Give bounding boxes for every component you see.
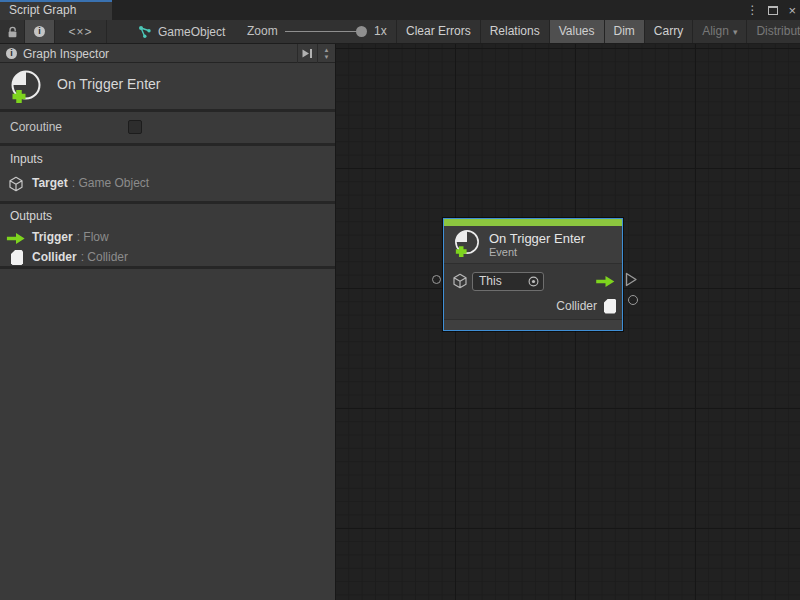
kebab-menu-icon[interactable]: ⋮ [746,3,758,17]
relations-toggle[interactable]: Relations [480,20,549,43]
zoom-slider-track[interactable] [285,31,363,32]
cube-icon [452,273,468,289]
node-footer [444,319,622,330]
tab-script-graph[interactable]: Script Graph [0,0,112,20]
title-bar: Script Graph ⋮ × [0,0,800,20]
coroutine-checkbox[interactable] [128,120,142,134]
port-name: Collider: Collider [32,250,128,264]
node-collider-row: Collider [444,294,622,318]
inputs-section: Inputs Target: Game Object [0,146,335,201]
unity-script-graph-window: Script Graph ⋮ × i <×> [0,0,800,600]
chevron-down-icon: ▾ [733,27,738,37]
coroutine-label: Coroutine [10,120,62,134]
section-divider [0,266,335,269]
graph-inspector-panel: i Graph Inspector ▲ ▼ On Trigger Enter [0,44,336,600]
maximize-icon[interactable] [768,6,778,15]
unit-title-section: On Trigger Enter [0,63,335,109]
node-flow-output-port[interactable] [625,272,638,287]
info-icon: i [6,48,17,59]
clear-errors-button[interactable]: Clear Errors [396,20,480,43]
graph-inspector-header: i Graph Inspector ▲ ▼ [0,44,335,63]
distribute-dropdown[interactable]: Distribute▾ [746,20,800,43]
flow-arrow-icon [6,232,26,245]
outputs-heading: Outputs [10,209,52,223]
target-object-field[interactable]: This [472,272,544,291]
node-body: This Collider [444,263,622,319]
graph-icon [138,25,152,39]
info-icon: i [34,26,45,37]
code-icon: <×> [68,25,92,39]
port-type: : Game Object [72,176,149,190]
node-titles: On Trigger Enter Event [489,231,585,259]
spinner-down-icon: ▼ [324,54,330,61]
port-name: Trigger: Flow [32,230,109,244]
port-type: : Flow [77,230,109,244]
zoom-slider-knob[interactable] [356,26,367,37]
port-name: Target: Game Object [32,176,149,190]
target-object-value: This [479,274,502,288]
node-data-output-port[interactable] [628,295,638,305]
event-unit-icon [8,68,44,108]
dim-toggle[interactable]: Dim [604,20,644,43]
coroutine-row: Coroutine [0,112,335,143]
node-title: On Trigger Enter [489,231,585,246]
inputs-heading: Inputs [10,152,43,166]
zoom-label: Zoom [247,20,278,43]
input-port-row: Target: Game Object [0,174,335,194]
collider-port-label: Collider [556,299,597,313]
spinner-up-icon: ▲ [324,47,330,54]
on-trigger-enter-node[interactable]: On Trigger Enter Event This [443,218,623,331]
button-label: Carry [654,24,683,38]
document-icon [11,250,23,265]
zoom-level-value: 1x [374,20,387,43]
values-toggle[interactable]: Values [549,20,604,43]
window-controls: ⋮ × [746,0,796,20]
graph-canvas[interactable]: On Trigger Enter Event This [336,44,800,600]
button-label: Values [559,24,595,38]
tab-label: Script Graph [9,3,76,17]
panel-scroll-spinner[interactable]: ▲ ▼ [317,44,335,63]
panel-title: Graph Inspector [23,47,109,61]
lock-icon [7,26,18,38]
event-unit-icon [452,228,482,261]
view-source-button[interactable]: <×> [55,20,107,43]
port-type: : Collider [81,250,128,264]
button-label: Distribute [756,24,800,38]
inspector-toggle-button[interactable]: i [25,20,55,43]
carry-toggle[interactable]: Carry [644,20,692,43]
lock-button[interactable] [0,20,25,43]
button-label: Clear Errors [406,24,471,38]
button-label: Dim [614,24,635,38]
toolbar-button-group: Clear Errors Relations Values Dim Carry … [396,20,800,43]
node-target-row: This [444,268,622,294]
object-picker-icon[interactable] [528,276,539,287]
graph-target-chip[interactable]: GameObject [138,20,225,43]
dock-panel-button[interactable] [297,44,315,63]
cube-icon [8,176,24,192]
align-dropdown[interactable]: Align▾ [692,20,746,43]
flow-arrow-icon [595,275,616,288]
document-icon [604,299,616,314]
node-header: On Trigger Enter Event [444,226,622,263]
output-port-row: Collider: Collider [0,248,335,268]
outputs-section: Outputs Trigger: Flow Collider: Collider [0,204,335,266]
output-port-row: Trigger: Flow [0,228,335,248]
button-label: Align [702,24,729,38]
graph-target-label: GameObject [158,25,225,39]
button-label: Relations [490,24,540,38]
unit-title: On Trigger Enter [57,76,161,92]
node-subtitle: Event [489,246,585,259]
node-input-port[interactable] [432,275,441,284]
graph-toolbar: i <×> GameObject Zoom 1x Clear Errors Re… [0,20,800,44]
dock-right-icon [301,47,313,60]
node-accent-bar [444,219,622,226]
close-icon[interactable]: × [788,3,796,18]
